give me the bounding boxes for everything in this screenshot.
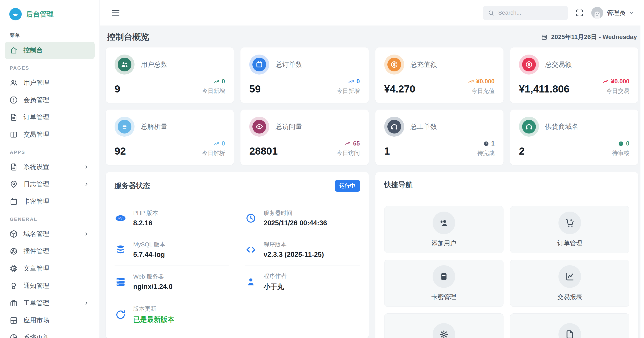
gear-icon bbox=[439, 329, 449, 338]
stat-trend: ¥0.000 bbox=[602, 78, 629, 85]
stat-trend-label: 今日访问 bbox=[337, 149, 360, 157]
server-item-label: MySQL 版本 bbox=[133, 241, 165, 248]
server-item-label: Web 服务器 bbox=[133, 273, 172, 280]
stat-trend: 1 bbox=[483, 140, 495, 147]
sidebar-item-label: 用户管理 bbox=[24, 78, 89, 87]
page-date: 2025年11月26日 - Wednesday bbox=[541, 33, 637, 41]
search-box[interactable] bbox=[483, 6, 568, 20]
cart-plus-icon bbox=[565, 218, 575, 228]
stat-card-bottom: 20待审核 bbox=[519, 140, 629, 157]
calendar-icon bbox=[10, 198, 18, 206]
stat-value: ¥4.270 bbox=[384, 83, 416, 95]
sidebar-section-label: APPS bbox=[0, 143, 100, 158]
fullscreen-icon[interactable] bbox=[575, 9, 584, 17]
dollar-icon bbox=[522, 58, 536, 71]
stat-trend-value: ¥0.000 bbox=[476, 78, 495, 85]
quick-nav-tile-card-key-management[interactable]: 卡密管理 bbox=[384, 260, 504, 307]
code-icon bbox=[245, 244, 257, 255]
sidebar-item-app-market[interactable]: 应用市场 bbox=[5, 312, 95, 329]
stat-value: 59 bbox=[249, 83, 260, 95]
php-icon: php bbox=[114, 213, 126, 224]
server-item-text: 程序版本v2.3.3 (2025-11-25) bbox=[264, 241, 324, 259]
sidebar-item-system-update[interactable]: 系统更新 bbox=[5, 329, 95, 338]
sidebar: 后台管理 菜单控制台PAGES用户管理会员管理订单管理交易管理APPS系统设置日… bbox=[0, 0, 100, 338]
sidebar-item-system-settings[interactable]: 系统设置 bbox=[5, 158, 95, 176]
sidebar-item-member-management[interactable]: 会员管理 bbox=[5, 91, 95, 109]
app-logo[interactable]: 后台管理 bbox=[0, 5, 100, 26]
stat-card-top: 总解析量 bbox=[114, 117, 225, 137]
server-status-title: 服务器状态 bbox=[114, 181, 150, 191]
server-item-label: 版本更新 bbox=[133, 305, 174, 313]
search-input[interactable] bbox=[498, 9, 563, 17]
stat-icon-ring bbox=[519, 55, 539, 75]
quick-nav-grid: 添加用户订单管理卡密管理交易报表 bbox=[376, 198, 638, 338]
quick-nav-tile-trade-report[interactable]: 交易报表 bbox=[510, 260, 629, 307]
sidebar-item-label: 系统设置 bbox=[24, 163, 78, 171]
user-plus-icon bbox=[439, 218, 449, 228]
server-item-value: v2.3.3 (2025-11-25) bbox=[264, 251, 324, 259]
stat-trend-label: 待完成 bbox=[477, 149, 495, 157]
quick-nav-tile-settings[interactable] bbox=[384, 313, 504, 338]
sidebar-item-card-key-management[interactable]: 卡密管理 bbox=[5, 193, 95, 210]
sidebar-item-label: 卡密管理 bbox=[24, 197, 89, 206]
stat-trend-label: 今日新增 bbox=[337, 87, 360, 95]
quick-nav-panel: 快捷导航 添加用户订单管理卡密管理交易报表 bbox=[376, 172, 638, 338]
stat-icon-ring bbox=[519, 117, 539, 137]
sidebar-item-ticket-management[interactable]: 工单管理 bbox=[5, 294, 95, 312]
server-item-label: PHP 版本 bbox=[133, 209, 158, 217]
scrollbar-track[interactable] bbox=[640, 0, 644, 338]
calendar-fill-icon bbox=[252, 58, 266, 71]
sidebar-item-order-management[interactable]: 订单管理 bbox=[5, 109, 95, 126]
menu-toggle-button[interactable] bbox=[111, 8, 120, 18]
server-item-value: 2025/11/26 00:44:36 bbox=[264, 219, 327, 227]
alert-octagon-icon bbox=[10, 96, 18, 104]
sidebar-item-article-management[interactable]: 文章管理 bbox=[5, 260, 95, 277]
chevron-right-icon bbox=[84, 164, 89, 170]
stat-trend: 65 bbox=[344, 140, 360, 147]
trend-up-icon bbox=[602, 79, 609, 85]
sidebar-nav: 菜单控制台PAGES用户管理会员管理订单管理交易管理APPS系统设置日志管理卡密… bbox=[0, 26, 100, 338]
stat-side: 1待完成 bbox=[477, 140, 495, 157]
stat-card-top: 总工单数 bbox=[384, 117, 495, 137]
aperture-icon bbox=[10, 247, 18, 255]
stat-trend-value: 65 bbox=[353, 140, 360, 147]
stat-card-bottom: 920今日解析 bbox=[114, 140, 225, 157]
sidebar-item-label: 会员管理 bbox=[24, 96, 89, 105]
stat-title: 总充值额 bbox=[410, 60, 437, 69]
date-text: 2025年11月26日 - Wednesday bbox=[551, 33, 637, 41]
user-fill-icon bbox=[245, 276, 257, 287]
sidebar-item-user-management[interactable]: 用户管理 bbox=[5, 74, 95, 91]
quick-nav-icon-circle bbox=[558, 323, 581, 338]
stat-icon-ring bbox=[384, 55, 404, 75]
server-item-program-author: 程序作者小于丸 bbox=[245, 265, 360, 298]
clock-line-icon bbox=[245, 213, 257, 224]
sidebar-item-trade-management[interactable]: 交易管理 bbox=[5, 126, 95, 143]
sidebar-section-label: GENERAL bbox=[0, 210, 100, 225]
server-item-value: 8.2.16 bbox=[133, 219, 158, 227]
sidebar-item-label: 交易管理 bbox=[24, 130, 89, 139]
quick-nav-label: 交易报表 bbox=[557, 293, 582, 301]
stat-card-bottom: 90今日新增 bbox=[114, 78, 225, 95]
user-name: 管理员 bbox=[607, 9, 626, 17]
server-item-program-version: 程序版本v2.3.3 (2025-11-25) bbox=[245, 234, 360, 265]
sidebar-item-log-management[interactable]: 日志管理 bbox=[5, 176, 95, 193]
quick-nav-tile-documents[interactable] bbox=[510, 313, 629, 338]
chevron-right-icon bbox=[84, 231, 89, 237]
quick-nav-tile-order-management[interactable]: 订单管理 bbox=[510, 206, 629, 253]
stat-card-total-transactions: 总交易额¥1,411.806¥0.000今日交易 bbox=[510, 48, 638, 103]
sidebar-item-dashboard[interactable]: 控制台 bbox=[5, 42, 95, 59]
users-fill-icon bbox=[118, 58, 132, 71]
stat-title: 总订单数 bbox=[276, 60, 302, 69]
sidebar-item-notice-management[interactable]: 通知管理 bbox=[5, 277, 95, 294]
quick-nav-label: 卡密管理 bbox=[432, 293, 456, 301]
sidebar-item-label: 文章管理 bbox=[24, 264, 89, 273]
quick-nav-tile-add-user[interactable]: 添加用户 bbox=[384, 206, 504, 253]
server-status-panel: 服务器状态 运行中 phpPHP 版本8.2.16服务器时间2025/11/26… bbox=[106, 172, 369, 338]
sidebar-item-plugin-management[interactable]: 插件管理 bbox=[5, 243, 95, 260]
trend-up-icon bbox=[213, 79, 220, 85]
home-icon bbox=[10, 46, 18, 54]
stat-icon-ring bbox=[249, 55, 269, 75]
sidebar-item-domain-management[interactable]: 域名管理 bbox=[5, 225, 95, 243]
stat-trend-value: 0 bbox=[222, 140, 225, 147]
user-menu[interactable]: 管理员 bbox=[591, 7, 634, 19]
